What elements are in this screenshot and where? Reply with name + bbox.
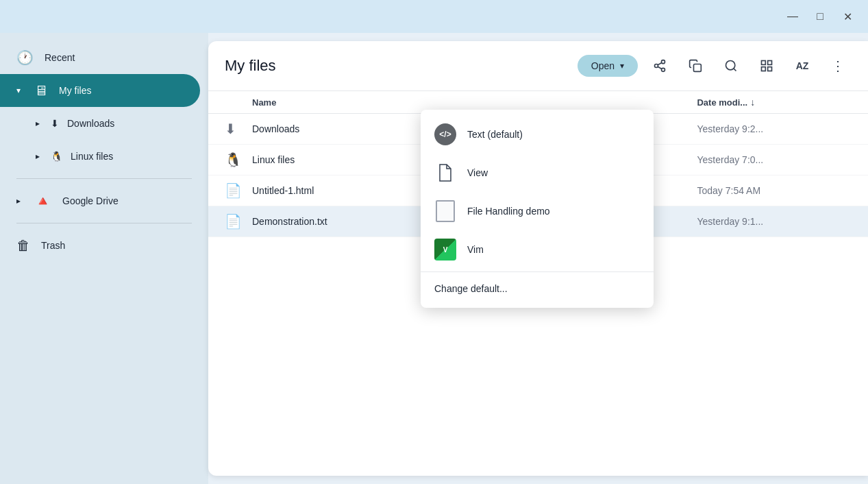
col-date-label: Date modi... — [697, 97, 747, 108]
file-handling-icon — [434, 200, 456, 222]
open-dropdown-arrow: ▾ — [620, 61, 624, 71]
svg-rect-10 — [768, 67, 772, 71]
chevron-right-icon-linux: ▸ — [36, 152, 40, 161]
open-dropdown-menu: </> Text (default) View File Handling de… — [421, 110, 654, 308]
googledrive-icon: 🔺 — [34, 193, 51, 209]
vim-icon: V — [434, 239, 456, 261]
chevron-down-icon: ▾ — [16, 86, 21, 95]
more-icon: ⋮ — [831, 58, 845, 74]
sidebar-item-label-downloads: Downloads — [67, 118, 114, 129]
svg-rect-5 — [694, 64, 702, 72]
sidebar-item-label-trash: Trash — [41, 240, 65, 251]
minimize-button[interactable]: — — [780, 4, 805, 29]
grid-button[interactable] — [753, 52, 780, 80]
col-date-header[interactable]: Date modi... ↓ — [697, 97, 852, 108]
view-file-icon — [434, 162, 456, 184]
svg-rect-8 — [762, 61, 766, 65]
dropdown-change-default[interactable]: Change default... — [421, 275, 654, 302]
copy-button[interactable] — [682, 52, 709, 80]
copy-icon — [689, 59, 702, 73]
svg-point-1 — [655, 64, 658, 68]
recent-icon: 🕐 — [16, 49, 34, 66]
share-icon — [653, 59, 667, 73]
sidebar-item-linuxfiles[interactable]: ▸ 🐧 Linux files — [0, 140, 200, 173]
myfiles-icon: 🖥 — [34, 83, 48, 99]
svg-line-4 — [658, 62, 662, 64]
svg-point-6 — [726, 61, 735, 70]
page-title: My files — [225, 57, 569, 75]
txt-file-icon: 📄 — [225, 213, 241, 230]
sidebar-item-trash[interactable]: 🗑 Trash — [0, 229, 200, 262]
dropdown-label-filehandling: File Handling demo — [467, 206, 550, 217]
svg-point-0 — [662, 60, 665, 64]
dropdown-label-text-default: Text (default) — [467, 129, 523, 140]
toolbar: My files Open ▾ — [208, 41, 868, 91]
linux-icon: 🐧 — [51, 151, 62, 162]
sidebar-item-label-linux: Linux files — [71, 151, 113, 162]
code-circle-icon: </> — [434, 123, 456, 145]
sort-button[interactable]: AZ — [789, 52, 816, 80]
html-file-icon: 📄 — [225, 182, 241, 199]
sidebar-item-label-drive: Google Drive — [62, 195, 119, 206]
sidebar-divider-1 — [16, 178, 192, 179]
dropdown-item-view[interactable]: View — [421, 154, 654, 192]
dropdown-item-filehandling[interactable]: File Handling demo — [421, 192, 654, 230]
file-date-html: Today 7:54 AM — [697, 185, 852, 196]
downloads-icon: ⬇ — [51, 118, 59, 129]
sidebar-item-myfiles[interactable]: ▾ 🖥 My files — [0, 74, 200, 107]
maximize-button[interactable]: □ — [808, 4, 832, 29]
sidebar-item-recent[interactable]: 🕐 Recent — [0, 41, 200, 74]
svg-rect-11 — [762, 67, 766, 71]
svg-rect-9 — [768, 61, 772, 65]
change-default-label: Change default... — [434, 283, 508, 294]
dropdown-label-view: View — [467, 167, 488, 178]
file-date-downloads: Yesterday 9:2... — [697, 123, 852, 134]
more-button[interactable]: ⋮ — [824, 52, 852, 80]
sidebar-item-label-myfiles: My files — [59, 85, 91, 96]
linux-file-icon: 🐧 — [225, 152, 241, 168]
trash-icon: 🗑 — [16, 238, 30, 254]
chevron-right-icon-drive: ▸ — [16, 196, 21, 206]
search-icon — [724, 59, 738, 73]
svg-line-3 — [658, 66, 662, 69]
svg-point-2 — [662, 68, 665, 71]
file-date-linux: Yesterday 7:0... — [697, 154, 852, 165]
sidebar-divider-2 — [16, 223, 192, 223]
dropdown-label-vim: Vim — [467, 244, 484, 255]
col-name-header: Name — [252, 97, 458, 108]
file-date-txt: Yesterday 9:1... — [697, 216, 852, 227]
close-button[interactable]: ✕ — [835, 4, 860, 29]
sort-icon: AZ — [796, 60, 809, 71]
dropdown-item-vim[interactable]: V Vim — [421, 230, 654, 269]
search-button[interactable] — [717, 52, 745, 80]
dropdown-divider — [421, 271, 654, 272]
open-button-label: Open — [591, 60, 615, 71]
grid-icon — [760, 59, 773, 73]
share-button[interactable] — [646, 52, 673, 80]
sidebar: 🕐 Recent ▾ 🖥 My files ▸ ⬇ Downloads ▸ 🐧 … — [0, 33, 208, 484]
titlebar: — □ ✕ — [0, 0, 868, 33]
sort-down-icon: ↓ — [750, 97, 755, 108]
open-button[interactable]: Open ▾ — [578, 55, 638, 77]
code-icon-text: </> — [439, 130, 451, 139]
sidebar-item-googledrive[interactable]: ▸ 🔺 Google Drive — [0, 184, 200, 217]
sidebar-item-label-recent: Recent — [45, 52, 75, 63]
svg-line-7 — [734, 69, 736, 71]
sidebar-item-downloads[interactable]: ▸ ⬇ Downloads — [0, 107, 200, 140]
downloads-file-icon: ⬇ — [225, 121, 241, 137]
dropdown-item-text-default[interactable]: </> Text (default) — [421, 115, 654, 154]
chevron-right-icon: ▸ — [36, 119, 40, 128]
